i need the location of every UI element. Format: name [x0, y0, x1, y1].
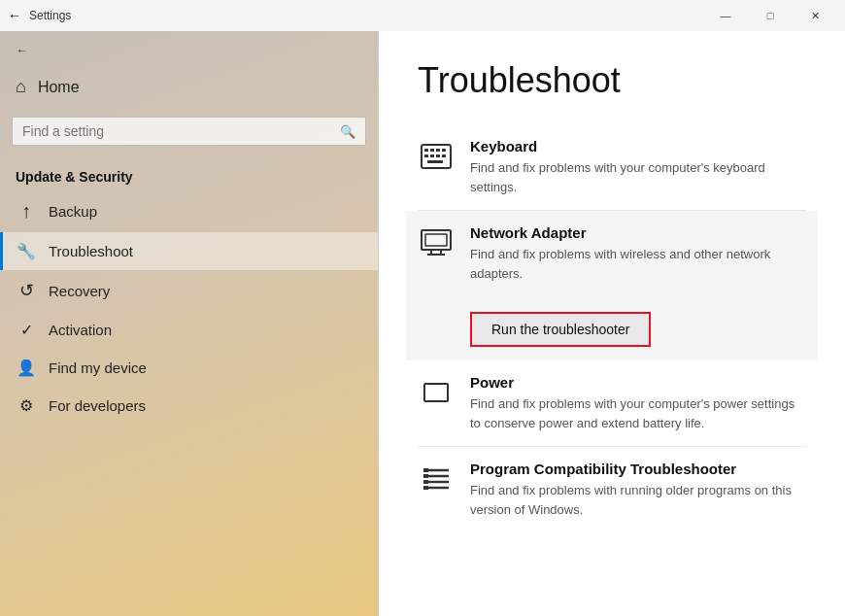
titlebar: ← Settings — □ ✕ [0, 0, 845, 31]
recovery-label: Recovery [49, 283, 110, 299]
svg-rect-3 [436, 149, 440, 152]
sidebar-item-fordevelopers[interactable]: ⚙ For developers [0, 387, 378, 425]
svg-rect-5 [424, 154, 428, 157]
sidebar-item-recovery[interactable]: ↺ Recovery [0, 270, 378, 311]
sidebar: ← ⌂ Home 🔍 Update & Security ↑ Backup 🔧 … [0, 31, 379, 616]
findmydevice-icon: 👤 [16, 359, 37, 377]
home-icon: ⌂ [16, 77, 26, 97]
troubleshoot-icon: 🔧 [16, 242, 37, 260]
backup-icon: ↑ [16, 200, 37, 222]
svg-rect-15 [424, 384, 448, 401]
network-adapter-text: Network Adapter Find and fix problems wi… [470, 224, 806, 283]
svg-rect-2 [430, 149, 434, 152]
activation-icon: ✓ [16, 321, 37, 339]
svg-rect-7 [436, 154, 440, 157]
home-label: Home [38, 79, 80, 96]
keyboard-item[interactable]: Keyboard Find and fix problems with your… [418, 124, 806, 211]
svg-rect-4 [442, 149, 446, 152]
maximize-button[interactable]: □ [748, 0, 793, 31]
sidebar-item-troubleshoot[interactable]: 🔧 Troubleshoot [0, 232, 378, 270]
section-label: Update & Security [0, 161, 378, 190]
network-adapter-item[interactable]: Network Adapter Find and fix problems wi… [406, 211, 818, 360]
run-troubleshooter-button[interactable]: Run the troubleshooter [470, 312, 651, 347]
activation-label: Activation [49, 322, 112, 338]
program-compat-description: Find and fix problems with running older… [470, 481, 806, 519]
network-adapter-name: Network Adapter [470, 224, 806, 241]
keyboard-description: Find and fix problems with your computer… [470, 158, 806, 196]
sidebar-item-activation[interactable]: ✓ Activation [0, 311, 378, 349]
power-name: Power [470, 374, 806, 391]
svg-rect-20 [423, 468, 428, 472]
sidebar-item-home[interactable]: ⌂ Home [0, 69, 378, 113]
keyboard-icon [418, 138, 455, 175]
titlebar-left: ← Settings [8, 8, 71, 23]
power-text: Power Find and fix problems with your co… [470, 374, 806, 432]
page-title: Troubleshoot [418, 60, 806, 101]
network-adapter-main: Network Adapter Find and fix problems wi… [418, 224, 806, 283]
titlebar-controls: — □ ✕ [703, 0, 837, 31]
svg-rect-23 [423, 486, 428, 490]
sidebar-item-backup[interactable]: ↑ Backup [0, 190, 378, 232]
close-button[interactable]: ✕ [793, 0, 837, 31]
main-container: ← ⌂ Home 🔍 Update & Security ↑ Backup 🔧 … [0, 31, 845, 616]
sidebar-back-button[interactable]: ← [0, 31, 378, 69]
svg-rect-22 [423, 480, 428, 484]
back-icon[interactable]: ← [8, 8, 21, 23]
search-box[interactable]: 🔍 [12, 117, 366, 146]
fordevelopers-icon: ⚙ [16, 396, 37, 415]
recovery-icon: ↺ [16, 280, 37, 301]
findmydevice-label: Find my device [49, 359, 147, 376]
backup-label: Backup [49, 203, 97, 220]
program-compat-icon [418, 461, 455, 497]
svg-rect-1 [424, 149, 428, 152]
svg-rect-11 [425, 234, 447, 246]
power-icon [418, 374, 455, 411]
program-compat-item[interactable]: Program Compatibility Troubleshooter Fin… [418, 447, 806, 532]
content-area: Troubleshoot Keyboard Fi [379, 31, 845, 616]
power-description: Find and fix problems with your computer… [470, 394, 806, 432]
troubleshoot-label: Troubleshoot [49, 243, 133, 259]
svg-rect-21 [423, 474, 428, 478]
network-adapter-icon [418, 224, 455, 261]
power-item[interactable]: Power Find and fix problems with your co… [418, 360, 806, 447]
svg-rect-6 [430, 154, 434, 157]
search-icon: 🔍 [340, 124, 355, 139]
network-adapter-description: Find and fix problems with wireless and … [470, 245, 806, 283]
keyboard-name: Keyboard [470, 138, 806, 154]
program-compat-name: Program Compatibility Troubleshooter [470, 461, 806, 477]
keyboard-text: Keyboard Find and fix problems with your… [470, 138, 806, 196]
sidebar-item-findmydevice[interactable]: 👤 Find my device [0, 349, 378, 387]
app-title: Settings [29, 9, 71, 22]
back-arrow-icon: ← [16, 43, 28, 57]
fordevelopers-label: For developers [49, 397, 146, 414]
svg-rect-9 [427, 160, 443, 163]
search-input[interactable] [22, 123, 332, 139]
svg-rect-8 [442, 154, 446, 157]
minimize-button[interactable]: — [703, 0, 748, 31]
program-compat-text: Program Compatibility Troubleshooter Fin… [470, 461, 806, 519]
